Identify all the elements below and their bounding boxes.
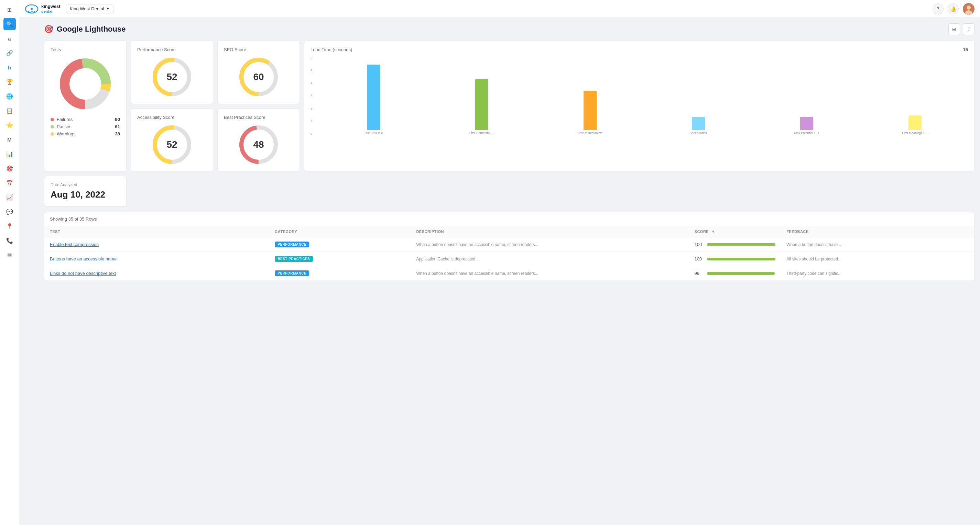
category-badge-1: BEST PRACTICES bbox=[275, 256, 313, 262]
score-wrap-2: 99 bbox=[695, 271, 776, 276]
performance-title: Performance Score bbox=[137, 47, 207, 52]
y-axis: 6 5 4 3 2 1 0 bbox=[310, 56, 313, 135]
bar-group-3: Speed Index bbox=[645, 56, 751, 135]
score-bar-bg-2 bbox=[707, 272, 776, 275]
nav-home-icon[interactable]: ⊞ bbox=[3, 3, 16, 16]
y-label-1: 1 bbox=[310, 119, 313, 123]
nav-star-icon[interactable]: ⭐ bbox=[3, 119, 16, 131]
description-0: When a button doesn't have an accessible… bbox=[410, 238, 689, 252]
accessibility-donut: 52 bbox=[151, 124, 192, 165]
nav-phone-icon[interactable]: 📞 bbox=[3, 234, 16, 247]
test-link-0[interactable]: Enable text compression bbox=[50, 242, 99, 247]
performance-donut: 52 bbox=[151, 56, 192, 98]
left-navigation: ⊞ 🔍 a 🔗 b 🏆 🌐 📋 ⭐ M 📊 🎯 📅 📈 💬 📍 📞 ✉ bbox=[0, 0, 19, 525]
warnings-dot bbox=[51, 132, 54, 136]
tests-donut bbox=[58, 56, 113, 111]
category-badge-0: PERFORMANCE bbox=[275, 241, 309, 247]
bar-label-3: Speed Index bbox=[689, 131, 707, 135]
table-row: Buttons have an accessible name BEST PRA… bbox=[45, 252, 974, 266]
bar-5 bbox=[908, 116, 921, 130]
col-description: DESCRIPTION bbox=[410, 226, 689, 238]
brand-selector-label: King West Dental bbox=[70, 6, 104, 11]
header-actions: ⊞ ⤴ bbox=[948, 23, 975, 35]
date-value: Aug 10, 2022 bbox=[51, 189, 120, 200]
logo-svg bbox=[25, 2, 38, 16]
feedback-2: Third-party code can signific... bbox=[781, 266, 974, 281]
columns-button[interactable]: ⊞ bbox=[948, 23, 960, 35]
nav-location-icon[interactable]: 📍 bbox=[3, 220, 16, 232]
load-time-header: Load Time (seconds) 15 bbox=[310, 47, 968, 52]
accessibility-score: 52 bbox=[166, 139, 177, 150]
warnings-value: 38 bbox=[115, 131, 120, 136]
nav-chart-icon[interactable]: 📊 bbox=[3, 148, 16, 160]
bar-label-2: Time to Interactive bbox=[578, 131, 603, 135]
passes-dot bbox=[51, 125, 54, 128]
share-button[interactable]: ⤴ bbox=[963, 23, 975, 35]
category-badge-2: PERFORMANCE bbox=[275, 270, 309, 276]
bars-container: First CPU Idle First Contentful ... Time… bbox=[320, 56, 968, 135]
y-label-6: 6 bbox=[310, 56, 313, 60]
help-icon[interactable]: ? bbox=[932, 3, 943, 14]
bar-1 bbox=[475, 79, 488, 130]
table-body: Enable text compression PERFORMANCE When… bbox=[45, 238, 974, 281]
nav-clipboard-icon[interactable]: 📋 bbox=[3, 105, 16, 117]
nav-calendar-icon[interactable]: 📅 bbox=[3, 177, 16, 189]
table-row: Links do not have descriptive text PERFO… bbox=[45, 266, 974, 281]
legend-warnings: Warnings 38 bbox=[51, 131, 120, 136]
score-wrap-1: 100 bbox=[695, 256, 776, 262]
score-sort-arrow[interactable]: ▼ bbox=[711, 230, 715, 234]
avatar-img bbox=[963, 3, 975, 15]
col-test: TEST bbox=[45, 226, 269, 238]
brand-selector[interactable]: King West Dental ▼ bbox=[66, 4, 113, 13]
nav-a-icon[interactable]: a bbox=[3, 32, 16, 44]
test-link-2[interactable]: Links do not have descriptive text bbox=[50, 271, 116, 276]
avatar[interactable] bbox=[963, 3, 975, 15]
top-bar: kingwest dental King West Dental ▼ ? 🔔 bbox=[19, 0, 980, 18]
nav-email-icon[interactable]: ✉ bbox=[3, 249, 16, 261]
lighthouse-icon: 🎯 bbox=[44, 25, 53, 34]
y-label-5: 5 bbox=[310, 69, 313, 73]
date-label: Date Analyzed bbox=[51, 182, 120, 187]
tests-card-title: Tests bbox=[51, 47, 120, 52]
nav-chat-icon[interactable]: 💬 bbox=[3, 205, 16, 218]
nav-m-icon[interactable]: M bbox=[3, 133, 16, 146]
col-category: CATEGORY bbox=[269, 226, 410, 238]
nav-search-icon[interactable]: 🔍 bbox=[3, 18, 16, 30]
bar-group-0: First CPU Idle bbox=[320, 56, 426, 135]
nav-target-icon[interactable]: 🎯 bbox=[3, 162, 16, 174]
bar-label-0: First CPU Idle bbox=[363, 131, 383, 135]
failures-dot bbox=[51, 118, 54, 121]
bar-label-1: First Contentful ... bbox=[469, 131, 494, 135]
bar-0 bbox=[367, 65, 380, 130]
description-2: When a button doesn't have an accessible… bbox=[410, 266, 689, 281]
tests-donut-svg bbox=[58, 56, 113, 111]
table-header: TEST CATEGORY DESCRIPTION SCORE ▼ FEEDBA… bbox=[45, 226, 974, 238]
nav-globe-icon[interactable]: 🌐 bbox=[3, 90, 16, 102]
passes-label: Passes bbox=[57, 124, 113, 129]
nav-trophy-icon[interactable]: 🏆 bbox=[3, 76, 16, 88]
y-label-3: 3 bbox=[310, 94, 313, 98]
score-bar-fill-0 bbox=[707, 243, 776, 246]
tests-legend: Failures 90 Passes 61 Warnings 38 bbox=[51, 117, 120, 136]
score-num-1: 100 bbox=[695, 256, 704, 262]
score-num-0: 100 bbox=[695, 242, 704, 247]
test-link-1[interactable]: Buttons have an accessible name bbox=[50, 256, 116, 262]
nav-link-icon[interactable]: 🔗 bbox=[3, 47, 16, 59]
performance-score: 52 bbox=[166, 71, 177, 82]
score-bar-fill-2 bbox=[707, 272, 775, 275]
bar-3 bbox=[692, 117, 705, 130]
best-practices-score-card: Best Practices Score 48 bbox=[217, 108, 300, 172]
score-bar-fill-1 bbox=[707, 258, 776, 260]
best-practices-donut: 48 bbox=[238, 124, 279, 165]
bar-group-5: First Meaningful ... bbox=[862, 56, 968, 135]
main-content: 🎯 Google Lighthouse ⊞ ⤴ Tests Failures 9… bbox=[38, 18, 980, 525]
tests-card: Tests Failures 90 Passes 61 bbox=[44, 41, 127, 172]
nav-b-icon[interactable]: b bbox=[3, 61, 16, 73]
accessibility-score-card: Accessibility Score 52 bbox=[130, 108, 213, 172]
logo-line2: dental bbox=[41, 9, 60, 13]
y-label-4: 4 bbox=[310, 81, 313, 85]
nav-analytics-icon[interactable]: 📈 bbox=[3, 191, 16, 203]
notification-icon[interactable]: 🔔 bbox=[948, 3, 959, 14]
score-wrap-0: 100 bbox=[695, 242, 776, 247]
load-time-card: Load Time (seconds) 15 6 5 4 3 2 1 0 F bbox=[304, 41, 975, 172]
